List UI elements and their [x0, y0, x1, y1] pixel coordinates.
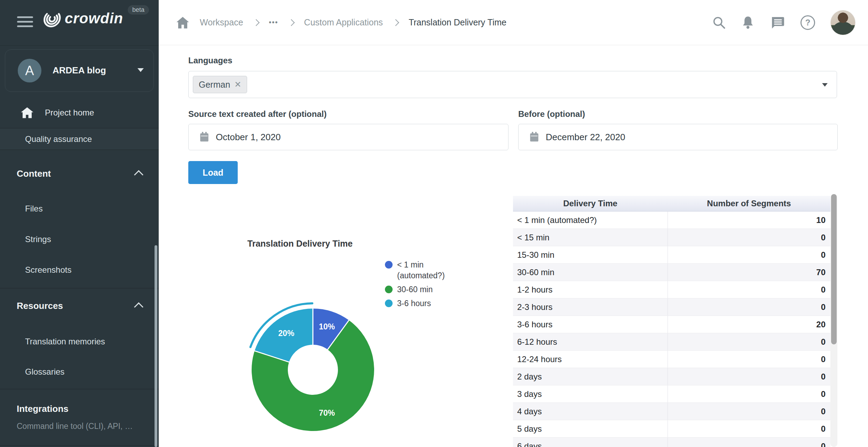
table-scrollbar[interactable] [830, 194, 837, 447]
sidebar-item-files[interactable]: Files [0, 198, 159, 220]
breadcrumb-ellipsis[interactable]: ••• [269, 18, 278, 26]
legend-item[interactable]: < 1 min(automated?) [385, 260, 445, 281]
project-name: ARDEA blog [53, 65, 106, 76]
sidebar-section-content[interactable]: Content [0, 163, 159, 184]
section-title: Content [17, 168, 51, 179]
table-scrollbar-thumb[interactable] [831, 194, 837, 344]
col-header-delivery-time: Delivery Time [513, 196, 668, 211]
table-row: 5 days0 [513, 420, 830, 438]
delivery-time-cell: 6 days [513, 438, 668, 447]
divider [0, 288, 159, 288]
breadcrumb-workspace[interactable]: Workspace [200, 17, 243, 27]
user-avatar[interactable] [830, 10, 855, 35]
chevron-right-icon [392, 19, 399, 26]
after-date-input[interactable]: October 1, 2020 [188, 124, 508, 150]
col-header-number-of-segments: Number of Segments [668, 196, 830, 211]
languages-select[interactable]: German ✕ [188, 71, 837, 98]
sidebar-item-screenshots[interactable]: Screenshots [0, 259, 159, 281]
table-row: 6 days0 [513, 438, 830, 447]
table-row: 15-30 min0 [513, 246, 830, 264]
sidebar-item-project-home[interactable]: Project home [0, 99, 159, 126]
delivery-time-cell: 12-24 hours [513, 351, 668, 368]
sidebar-header: crowdin beta [0, 0, 159, 46]
load-button[interactable]: Load [188, 161, 238, 184]
sidebar-item-translation-memories[interactable]: Translation memories [0, 330, 159, 353]
segments-table: Delivery Time Number of Segments < 1 min… [513, 196, 830, 447]
after-date-value: October 1, 2020 [216, 132, 281, 143]
legend-label: 30-60 min [397, 284, 433, 295]
segments-count-cell: 0 [668, 420, 830, 438]
segments-count-cell: 70 [668, 264, 830, 281]
help-icon[interactable]: ? [800, 15, 815, 30]
legend-dot-icon [385, 261, 393, 269]
sidebar-item-label: Project home [45, 108, 94, 118]
chevron-down-icon [822, 83, 828, 87]
sidebar-section-integrations[interactable]: Integrations [0, 399, 159, 418]
calendar-icon [199, 131, 210, 143]
language-chip-german[interactable]: German ✕ [193, 76, 247, 93]
logo-text: crowdin [65, 10, 123, 27]
table-row: 4 days0 [513, 403, 830, 420]
search-icon[interactable] [712, 16, 726, 30]
delivery-time-cell: 5 days [513, 420, 668, 438]
delivery-time-cell: 6-12 hours [513, 333, 668, 351]
legend-label: < 1 min(automated?) [397, 260, 445, 281]
section-title: Resources [17, 301, 63, 311]
table-row: 3-6 hours20 [513, 316, 830, 333]
home-icon[interactable] [176, 16, 189, 29]
segments-count-cell: 0 [668, 403, 830, 420]
legend-item[interactable]: 30-60 min [385, 284, 445, 295]
delivery-time-cell: 4 days [513, 403, 668, 420]
segments-count-cell: 0 [668, 438, 830, 447]
languages-label: Languages [188, 56, 232, 65]
segments-count-cell: 10 [668, 211, 830, 229]
crowdin-logo[interactable]: crowdin [42, 8, 123, 29]
table-row: 12-24 hours0 [513, 351, 830, 368]
remove-language-icon[interactable]: ✕ [234, 80, 241, 89]
chevron-down-icon [137, 68, 144, 72]
before-date-value: December 22, 2020 [546, 132, 625, 143]
delivery-time-cell: 2 days [513, 368, 668, 385]
project-switcher[interactable]: A ARDEA blog [5, 49, 154, 92]
table-row: 3 days0 [513, 385, 830, 403]
slice-percent-label: 20% [278, 329, 294, 338]
table-row: 2-3 hours0 [513, 298, 830, 316]
chip-label: German [199, 80, 230, 90]
sidebar-item-label: Quality assurance [25, 134, 92, 144]
segments-count-cell: 0 [668, 229, 830, 246]
chevron-right-icon [253, 19, 260, 26]
segments-count-cell: 20 [668, 316, 830, 333]
delivery-time-cell: < 15 min [513, 229, 668, 246]
sidebar-section-resources[interactable]: Resources [0, 295, 159, 317]
chevron-up-icon [134, 302, 143, 312]
breadcrumb-custom-applications[interactable]: Custom Applications [304, 17, 383, 27]
calendar-icon [529, 131, 539, 143]
chevron-up-icon [134, 170, 143, 179]
after-date-label: Source text created after (optional) [188, 109, 326, 119]
before-date-input[interactable]: December 22, 2020 [518, 124, 838, 150]
sidebar-item-label: Translation memories [25, 337, 105, 346]
hamburger-menu-icon[interactable] [17, 16, 33, 28]
divider [0, 445, 159, 446]
chart-title: Translation Delivery Time [196, 239, 404, 249]
delivery-time-cell: 3 days [513, 385, 668, 403]
messages-icon[interactable] [770, 16, 785, 30]
chart-legend: < 1 min(automated?)30-60 min3-6 hours [385, 260, 445, 312]
legend-dot-icon [385, 286, 393, 293]
sidebar-item-quality-assurance[interactable]: Quality assurance [0, 128, 159, 150]
segments-count-cell: 0 [668, 351, 830, 368]
divider [0, 389, 159, 389]
sidebar-item-glossaries[interactable]: Glossaries [0, 361, 159, 383]
legend-item[interactable]: 3-6 hours [385, 298, 445, 309]
table-row: 30-60 min70 [513, 264, 830, 281]
sidebar-item-label: Screenshots [25, 265, 71, 275]
delivery-time-cell: 2-3 hours [513, 298, 668, 316]
segments-count-cell: 0 [668, 385, 830, 403]
sidebar-item-strings[interactable]: Strings [0, 228, 159, 250]
table-row: < 15 min0 [513, 229, 830, 246]
sidebar-item-label: Glossaries [25, 367, 64, 377]
delivery-time-cell: 15-30 min [513, 246, 668, 264]
sidebar-scrollbar[interactable] [155, 245, 157, 447]
project-avatar: A [18, 59, 41, 82]
notifications-bell-icon[interactable] [741, 15, 755, 30]
